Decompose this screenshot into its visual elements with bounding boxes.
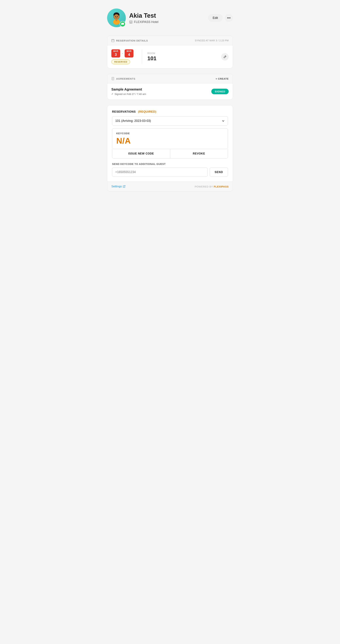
- svg-point-4: [114, 14, 119, 20]
- send-section-label: SEND KEYCODE TO ADDITIONAL GUEST: [112, 162, 228, 166]
- powered-by: POWERED BY FLEXIPASS: [195, 185, 229, 188]
- card-footer: Settings POWERED BY FLEXIPASS: [107, 182, 233, 191]
- brand-name: FLEXIPASS: [214, 185, 229, 188]
- avatar-wrapper: [107, 8, 126, 27]
- svg-line-24: [124, 186, 125, 187]
- agreements-title: AGREEMENTS: [111, 77, 135, 80]
- message-badge: [120, 21, 125, 27]
- document-icon: [111, 77, 114, 80]
- message-icon: [121, 22, 124, 26]
- pencil-icon: [223, 55, 226, 58]
- reservations-label: RESERVATIONS (REQUIRED): [112, 110, 228, 114]
- keycode-box: KEYCODE N/A: [112, 128, 228, 149]
- svg-point-6: [117, 16, 118, 17]
- agreement-name: Sample Agreement: [111, 88, 146, 91]
- issue-new-code-button[interactable]: ISSUE NEW CODE: [112, 149, 170, 158]
- required-label: (REQUIRED): [138, 110, 156, 113]
- header-info: Akia Test FLEXIPASS Hotel: [129, 12, 158, 24]
- reservation-details-card: RESERVATION DETAILS SYNCED AT MAR 3 / 2:…: [107, 36, 233, 68]
- more-button[interactable]: •••: [225, 14, 233, 22]
- check-icon: ✓: [111, 92, 114, 96]
- check-out-date: MAR 4: [125, 49, 133, 58]
- reservation-title: RESERVATION DETAILS: [111, 39, 148, 42]
- send-button[interactable]: SEND: [210, 168, 228, 177]
- check-in-date: MAR 3: [111, 49, 120, 58]
- synced-time: SYNCED AT MAR 3 / 2:23 PM: [195, 39, 229, 42]
- revoke-button[interactable]: REVOKE: [170, 149, 228, 158]
- svg-rect-10: [130, 21, 131, 22]
- keycode-actions: ISSUE NEW CODE REVOKE: [112, 149, 228, 158]
- date-section: MAR 3 - MAR 4 RESERVED: [111, 49, 142, 64]
- edit-button[interactable]: Edit: [208, 14, 223, 22]
- status-badge: RESERVED: [111, 60, 130, 64]
- edit-room-button[interactable]: [221, 53, 229, 60]
- svg-point-5: [115, 16, 116, 17]
- header-left: Akia Test FLEXIPASS Hotel: [107, 8, 158, 27]
- keycode-card: RESERVATIONS (REQUIRED) 101 (Arriving: 2…: [107, 105, 233, 192]
- send-row: SEND: [112, 168, 228, 177]
- agreement-item: Sample Agreement ✓ Signed on Feb 27 / 7:…: [107, 83, 233, 100]
- svg-rect-13: [131, 22, 132, 23]
- svg-rect-15: [111, 40, 114, 42]
- reservation-body: MAR 3 - MAR 4 RESERVED ROOM 101: [107, 45, 233, 68]
- page-header: Akia Test FLEXIPASS Hotel Edit •••: [107, 7, 233, 29]
- date-dash: -: [122, 52, 123, 55]
- hotel-row: FLEXIPASS Hotel: [129, 20, 158, 24]
- room-section: ROOM 101: [142, 52, 221, 62]
- guest-name: Akia Test: [129, 12, 158, 19]
- signed-badge: SIGNED: [211, 89, 229, 94]
- chevron-down-icon: [222, 120, 225, 122]
- header-actions: Edit •••: [208, 14, 233, 22]
- reservation-select[interactable]: 101 (Arriving: 2023-03-03): [112, 116, 228, 126]
- agreement-signed-row: ✓ Signed on Feb 27 / 7:40 am: [111, 92, 146, 96]
- signed-date: Signed on Feb 27 / 7:40 am: [115, 92, 146, 96]
- svg-line-19: [225, 56, 226, 57]
- agreements-card-header: AGREEMENTS + CREATE: [107, 74, 233, 83]
- settings-link[interactable]: Settings: [111, 185, 125, 188]
- external-link-icon: [123, 185, 125, 188]
- keycode-value: N/A: [116, 136, 224, 146]
- svg-rect-12: [130, 22, 131, 23]
- create-agreement-button[interactable]: + CREATE: [216, 77, 229, 80]
- svg-rect-8: [116, 19, 117, 21]
- svg-rect-11: [131, 21, 132, 22]
- svg-rect-14: [131, 23, 131, 23]
- hotel-name: FLEXIPASS Hotel: [134, 20, 158, 24]
- reservation-card-header: RESERVATION DETAILS SYNCED AT MAR 3 / 2:…: [107, 36, 233, 45]
- hotel-icon: [129, 20, 133, 24]
- calendar-icon: [111, 39, 114, 42]
- select-value: 101 (Arriving: 2023-03-03): [115, 119, 151, 123]
- date-range: MAR 3 - MAR 4: [111, 49, 133, 58]
- phone-input[interactable]: [112, 168, 208, 177]
- agreement-info: Sample Agreement ✓ Signed on Feb 27 / 7:…: [111, 88, 146, 96]
- agreements-card: AGREEMENTS + CREATE Sample Agreement ✓ S…: [107, 74, 233, 100]
- keycode-card-inner: RESERVATIONS (REQUIRED) 101 (Arriving: 2…: [107, 105, 233, 182]
